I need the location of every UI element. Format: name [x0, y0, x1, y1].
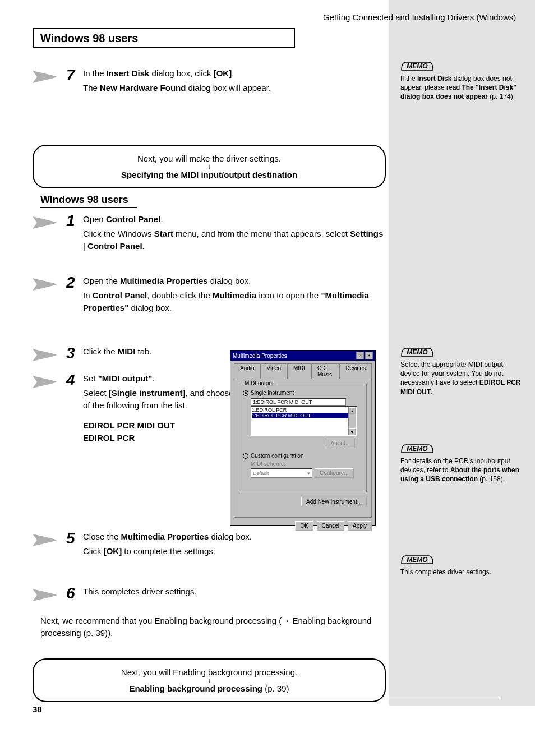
- scroll-down-icon[interactable]: ▼: [349, 428, 356, 435]
- scheme-dropdown[interactable]: Default ▾: [251, 468, 312, 478]
- memo-icon: MEMO: [400, 552, 436, 566]
- footer-rule: [33, 698, 501, 698]
- ok-button[interactable]: OK: [295, 521, 313, 531]
- dialog-tabs: Audio Video MIDI CD Music Devices: [230, 361, 375, 379]
- svg-text:MEMO: MEMO: [407, 62, 428, 70]
- list-item[interactable]: 1:EDIROL PCR: [252, 407, 348, 413]
- midi-output-group: MIDI output Single instrument 1:EDIROL P…: [239, 384, 367, 492]
- svg-marker-2: [33, 278, 57, 291]
- radio-custom-config[interactable]: [243, 453, 248, 459]
- selected-instrument-field[interactable]: 1:EDIROL PCR MIDI OUT: [251, 398, 346, 406]
- step-text: Open the Multimedia Properties dialog bo…: [83, 275, 386, 287]
- step-arrow-icon: [33, 345, 66, 362]
- step-arrow-icon: [33, 372, 66, 389]
- chevron-down-icon: ▾: [307, 471, 310, 476]
- about-button[interactable]: About...: [326, 439, 355, 448]
- down-arrow-icon: ↓: [46, 163, 372, 170]
- radio-single-instrument[interactable]: [243, 390, 248, 396]
- heading-underline: [40, 207, 137, 208]
- step-option-list: EDIROL PCR MIDI OUT EDIROL PCR: [83, 420, 251, 444]
- memo-icon: MEMO: [400, 58, 436, 73]
- scheme-label: MIDI scheme:: [251, 461, 363, 467]
- svg-marker-3: [33, 349, 57, 361]
- step-subtext: In Control Panel, double-click the Multi…: [83, 289, 386, 314]
- svg-marker-6: [33, 589, 57, 601]
- memo-note: MEMO For details on the PCR's input/outp…: [400, 441, 524, 484]
- tab-devices[interactable]: Devices: [339, 363, 372, 379]
- header-text: Getting Connected and Installing Drivers…: [323, 12, 516, 22]
- step-number: 4: [66, 372, 83, 388]
- list-item[interactable]: 1:EDIROL PCR MIDI OUT: [252, 413, 348, 418]
- step-number: 6: [66, 586, 83, 601]
- step-subtext: Click [OK] to complete the settings.: [83, 545, 386, 557]
- step-number: 2: [66, 275, 83, 291]
- step-text: This completes driver settings.: [83, 586, 386, 598]
- radio-label: Custom configuration: [251, 453, 304, 459]
- tab-cd-music[interactable]: CD Music: [311, 363, 339, 379]
- step-arrow-icon: [33, 531, 66, 547]
- radio-label: Single instrument: [251, 390, 294, 396]
- scroll-up-icon[interactable]: ▲: [349, 407, 356, 414]
- tab-audio[interactable]: Audio: [234, 363, 261, 379]
- configure-button[interactable]: Configure...: [315, 468, 354, 478]
- close-icon[interactable]: ×: [365, 352, 373, 359]
- svg-marker-4: [33, 376, 57, 388]
- cancel-button[interactable]: Cancel: [317, 521, 344, 531]
- instrument-list[interactable]: 1:EDIROL PCR 1:EDIROL PCR MIDI OUT ▲ ▼: [251, 406, 357, 436]
- svg-text:MEMO: MEMO: [407, 556, 428, 564]
- section-title: Windows 98 users: [40, 32, 138, 45]
- svg-marker-0: [33, 71, 57, 83]
- dialog-titlebar: Multimedia Properties ? ×: [230, 351, 375, 361]
- memo-note: MEMO Select the appropriate MIDI output …: [400, 344, 524, 397]
- tab-midi[interactable]: MIDI: [287, 363, 311, 379]
- step-subtext: Click the Windows Start menu, and from t…: [83, 228, 386, 252]
- group-label: MIDI output: [243, 380, 275, 386]
- step-number: 7: [66, 67, 83, 83]
- callout-next-bg: Next, you will Enabling background proce…: [33, 658, 386, 702]
- step-arrow-icon: [33, 67, 66, 84]
- step-number: 1: [66, 213, 83, 229]
- step-arrow-icon: [33, 213, 66, 230]
- tab-video[interactable]: Video: [261, 363, 287, 379]
- list-item: EDIROL PCR MIDI OUT: [83, 421, 175, 430]
- section-title-box: Windows 98 users: [33, 28, 295, 48]
- svg-marker-1: [33, 216, 57, 229]
- step-arrow-icon: [33, 586, 66, 602]
- step-subtext: The New Hardware Found dialog box will a…: [83, 82, 386, 94]
- apply-button[interactable]: Apply: [348, 521, 372, 531]
- list-item: EDIROL PCR: [83, 433, 135, 442]
- help-icon[interactable]: ?: [356, 352, 364, 359]
- step-subtext: Select [Single instrument], and choose o…: [83, 387, 251, 412]
- multimedia-properties-dialog: Multimedia Properties ? × Audio Video MI…: [230, 350, 376, 526]
- dialog-title: Multimedia Properties: [233, 353, 287, 359]
- step-text: Open Control Panel.: [83, 213, 386, 225]
- step-text: In the Insert Disk dialog box, click [OK…: [83, 67, 386, 80]
- step-arrow-icon: [33, 275, 66, 292]
- add-instrument-button[interactable]: Add New Instrument...: [301, 497, 367, 506]
- page-number: 38: [33, 704, 42, 714]
- svg-text:MEMO: MEMO: [407, 445, 428, 453]
- proceed-text: Next, we recommend that you Enabling bac…: [40, 615, 386, 639]
- step-number: 3: [66, 345, 83, 361]
- svg-text:MEMO: MEMO: [407, 348, 428, 356]
- memo-note: MEMO This completes driver settings.: [400, 552, 524, 577]
- down-arrow-icon: ↓: [46, 677, 372, 684]
- memo-note: MEMO If the Insert Disk dialog box does …: [400, 58, 524, 102]
- scrollbar[interactable]: ▲ ▼: [348, 407, 356, 435]
- memo-icon: MEMO: [400, 344, 436, 359]
- step-text: Click the MIDI tab.: [83, 345, 223, 358]
- svg-marker-5: [33, 534, 57, 546]
- subsection-heading: Windows 98 users: [40, 194, 137, 206]
- step-text: Set "MIDI output".: [83, 372, 223, 385]
- step-text: Close the Multimedia Properties dialog b…: [83, 531, 386, 543]
- step-number: 5: [66, 531, 83, 546]
- memo-icon: MEMO: [400, 441, 436, 455]
